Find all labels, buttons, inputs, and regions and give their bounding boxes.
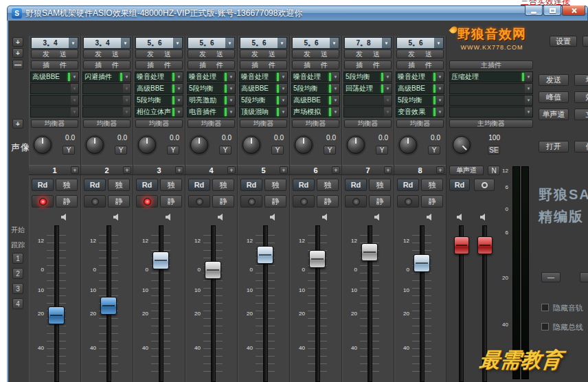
mute-button[interactable]: 静 [264,195,286,207]
fader-thumb[interactable] [205,261,221,279]
chevron-down-icon[interactable] [175,84,183,93]
effect-slot[interactable]: 5段均衡 [396,95,444,106]
chevron-down-icon[interactable] [175,72,183,82]
effect-slot[interactable] [82,83,131,94]
remove-plugin-button[interactable]: — [12,60,23,69]
chevron-down-icon[interactable] [123,107,131,117]
effect-slot[interactable]: 噪音处理 [135,71,183,82]
fader-thumb[interactable] [257,246,273,264]
eq-button[interactable]: 均衡器 [344,120,392,128]
solo-button[interactable]: 独 [317,179,339,191]
eq-button[interactable]: 均衡器 [135,120,183,128]
chevron-down-icon[interactable] [332,95,339,105]
plugin-button[interactable]: 插 件 [188,60,235,69]
plugin-button[interactable]: 插 件 [396,60,444,69]
rd-button[interactable]: Rd [84,179,106,191]
master-plugin-button[interactable]: 主插件 [449,60,533,69]
send-button[interactable]: 发 送 [31,49,78,58]
chevron-down-icon[interactable] [434,38,443,48]
effect-slot[interactable]: 5段均衡 [291,83,340,94]
eq-button[interactable]: 均衡器 [83,120,131,128]
chevron-down-icon[interactable] [175,107,183,117]
speaker-icon[interactable] [321,213,330,221]
pan-knob[interactable] [399,136,417,154]
solo-button[interactable]: 独 [369,179,391,191]
chevron-down-icon[interactable] [227,72,235,82]
chevron-down-icon[interactable] [69,38,78,48]
effect-slot[interactable]: 5段均衡 [343,71,392,82]
pan-y-button[interactable]: Y [219,146,231,155]
eq-button[interactable]: 均衡器 [31,120,78,128]
fader-thumb[interactable] [48,306,65,324]
speaker-icon[interactable] [269,213,278,221]
speaker-icon[interactable] [374,213,382,221]
minimize-button[interactable] [525,5,543,16]
effect-slot[interactable]: 5段均衡 [135,95,183,106]
rd-button[interactable]: Rd [136,179,158,191]
stereo-button[interactable]: 立 [574,109,588,120]
chevron-down-icon[interactable] [71,95,78,105]
speaker-icon[interactable] [113,213,121,221]
add-send-button[interactable]: + [12,48,23,58]
chevron-down-icon[interactable] [525,107,532,117]
chevron-down-icon[interactable] [121,38,130,48]
chevron-down-icon[interactable] [71,72,78,82]
effect-slot[interactable] [82,106,131,117]
pan-y-button[interactable]: Y [167,146,179,155]
snapshot-button-3[interactable]: 3 [12,283,23,294]
speaker-icon[interactable] [217,213,225,221]
chevron-down-icon[interactable] [227,95,235,105]
master-effect-slot[interactable] [449,83,533,94]
send-button[interactable]: 发 送 [83,49,131,58]
speaker-icon[interactable] [479,213,488,221]
chevron-down-icon[interactable] [123,84,131,93]
save-button[interactable]: 保 [574,141,588,153]
snapshot-button-4[interactable]: 4 [12,298,23,309]
effect-slot[interactable]: 噪音处理 [291,71,340,82]
record-button[interactable] [345,195,367,207]
channel-add-button[interactable]: + [227,166,236,174]
effect-slot[interactable]: 高级BBE [396,83,444,94]
plugin-button[interactable]: 插 件 [31,60,78,69]
chevron-down-icon[interactable] [123,72,131,82]
fader-thumb[interactable] [414,254,430,272]
chevron-down-icon[interactable] [280,95,287,105]
channel-add-button[interactable]: + [332,166,340,174]
plugin-button[interactable]: 插 件 [344,60,392,69]
mute-button[interactable]: 静 [160,195,182,207]
mute-button[interactable]: 静 [317,195,339,207]
plugin-button[interactable]: 插 件 [292,60,339,69]
effect-slot[interactable]: 顶级混响 [239,106,288,117]
speaker-icon[interactable] [165,213,173,221]
rd-button[interactable]: Rd [345,179,367,191]
chevron-down-icon[interactable] [173,38,182,48]
effect-slot[interactable] [82,95,131,106]
mono-button[interactable]: 单声道 [449,166,484,175]
hide-tracks-checkbox[interactable] [541,304,549,311]
fx-button[interactable]: 效 [574,91,588,103]
effect-slot[interactable]: 高级BBE [291,95,340,106]
mute-button[interactable]: 静 [369,195,391,207]
route-select[interactable]: 5。6 [240,37,287,49]
pan-y-button[interactable]: Y [271,146,284,155]
speaker-icon[interactable] [60,213,69,221]
pan-knob[interactable] [347,136,365,154]
chevron-down-icon[interactable] [525,84,532,93]
channel-add-button[interactable]: + [384,166,392,174]
chevron-down-icon[interactable] [384,95,392,105]
route-select[interactable]: 5。6 [396,37,444,49]
solo-button[interactable]: 独 [108,179,130,191]
record-button[interactable] [397,195,419,207]
effect-slot[interactable]: 噪音处理 [396,71,444,82]
channel-add-button[interactable]: + [436,166,444,174]
solo-button[interactable]: 独 [56,179,78,191]
pan-knob[interactable] [242,136,260,154]
route-select[interactable]: 5。6 [135,37,183,49]
effect-slot[interactable]: 声场模拟 [291,106,340,117]
rd-button[interactable]: Rd [293,179,315,191]
pan-knob[interactable] [86,136,104,154]
master-rd-button[interactable]: Rd [449,179,470,191]
effect-slot[interactable]: 相位立体声 [135,106,183,117]
pan-y-button[interactable]: Y [324,146,336,155]
solo-button[interactable]: 独 [160,179,182,191]
